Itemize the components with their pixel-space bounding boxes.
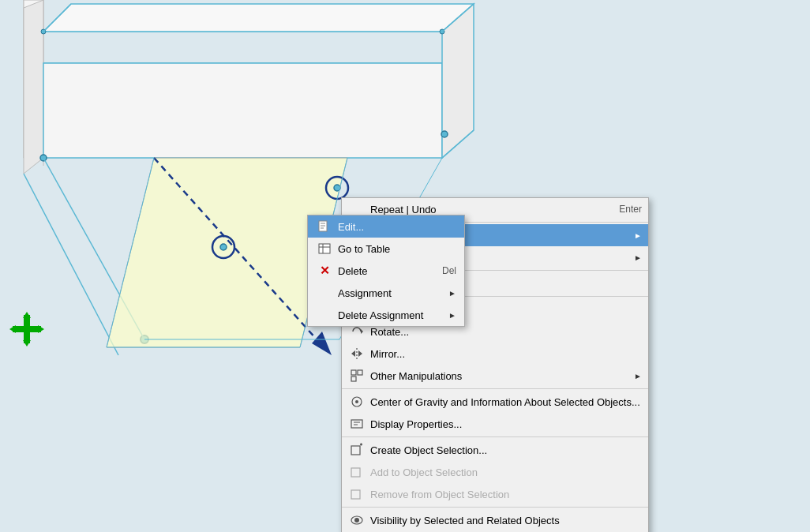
delete-assignment-label: Delete Assignment [338, 309, 442, 321]
vis-related-icon [348, 511, 366, 529]
add-obj-item[interactable]: Add to Object Selection [342, 461, 648, 483]
repeat-undo-shortcut: Enter [619, 204, 642, 215]
svg-point-25 [220, 244, 227, 250]
mirror-icon [348, 345, 366, 362]
remove-obj-icon [348, 485, 366, 503]
svg-rect-45 [351, 370, 356, 375]
display-props-icon [348, 415, 366, 433]
svg-point-14 [441, 131, 448, 137]
svg-rect-57 [351, 490, 360, 499]
svg-rect-53 [351, 446, 360, 455]
svg-rect-33 [13, 326, 41, 332]
svg-marker-7 [43, 4, 474, 32]
submenu-delete-shortcut: Del [442, 265, 456, 276]
assignment-arrow: ► [448, 289, 456, 298]
node-submenu[interactable]: Edit... Go to Table ✕ Delete Del Assignm… [307, 215, 465, 327]
mirror-item[interactable]: Mirror... [342, 343, 648, 365]
display-props-item[interactable]: Display Properties... [342, 413, 648, 435]
member-hinge-submenu-arrow: ► [634, 253, 642, 262]
edit-item[interactable]: Edit... [308, 215, 464, 238]
assignment-icon [316, 284, 333, 302]
submenu-delete-label: Delete [338, 265, 426, 277]
separator-4 [342, 388, 648, 389]
vis-related-label: Visibility by Selected and Related Objec… [370, 515, 642, 526]
svg-rect-50 [351, 420, 362, 428]
separator-5 [342, 436, 648, 437]
svg-marker-43 [351, 350, 355, 357]
other-manip-item[interactable]: Other Manipulations ► [342, 365, 648, 387]
edit-label: Edit... [338, 221, 456, 233]
go-to-table-icon [316, 240, 333, 257]
delete-assignment-item[interactable]: Delete Assignment ► [308, 304, 464, 326]
remove-obj-label: Remove from Object Selection [370, 489, 642, 500]
repeat-undo-label: Repeat | Undo [370, 204, 603, 215]
edit-icon [316, 218, 333, 235]
go-to-table-label: Go to Table [338, 243, 456, 255]
move-cursor-icon [9, 312, 44, 347]
submenu-delete-item[interactable]: ✕ Delete Del [308, 260, 464, 282]
svg-rect-47 [351, 377, 356, 381]
submenu-delete-icon: ✕ [316, 262, 333, 279]
center-gravity-label: Center of Gravity and Information About … [370, 396, 642, 408]
create-obj-label: Create Object Selection... [370, 444, 642, 456]
svg-rect-68 [319, 244, 330, 253]
other-manip-arrow: ► [634, 372, 642, 380]
other-manip-label: Other Manipulations [370, 370, 628, 382]
svg-point-49 [355, 400, 358, 403]
other-manip-icon [348, 367, 366, 384]
center-gravity-icon [348, 393, 366, 410]
add-obj-icon [348, 463, 366, 481]
svg-marker-44 [358, 350, 362, 357]
svg-marker-6 [24, 0, 43, 174]
mirror-label: Mirror... [370, 348, 642, 360]
svg-marker-8 [43, 63, 442, 158]
create-obj-item[interactable]: Create Object Selection... [342, 439, 648, 461]
svg-point-59 [354, 518, 359, 523]
node-submenu-arrow: ► [634, 231, 642, 240]
center-gravity-item[interactable]: Center of Gravity and Information About … [342, 391, 648, 413]
add-obj-label: Add to Object Selection [370, 466, 642, 478]
separator-6 [342, 507, 648, 508]
rotate-label: Rotate... [370, 326, 642, 338]
assignment-label: Assignment [338, 287, 442, 299]
svg-rect-46 [358, 370, 362, 375]
delete-assignment-arrow: ► [448, 311, 456, 320]
display-props-label: Display Properties... [370, 418, 642, 430]
delete-assignment-icon [316, 306, 333, 324]
go-to-table-item[interactable]: Go to Table [308, 238, 464, 260]
vis-related-item[interactable]: Visibility by Selected and Related Objec… [342, 509, 648, 531]
remove-obj-item[interactable]: Remove from Object Selection [342, 483, 648, 505]
create-obj-icon [348, 441, 366, 459]
svg-rect-56 [351, 468, 360, 477]
assignment-item[interactable]: Assignment ► [308, 282, 464, 304]
svg-marker-41 [361, 329, 363, 334]
